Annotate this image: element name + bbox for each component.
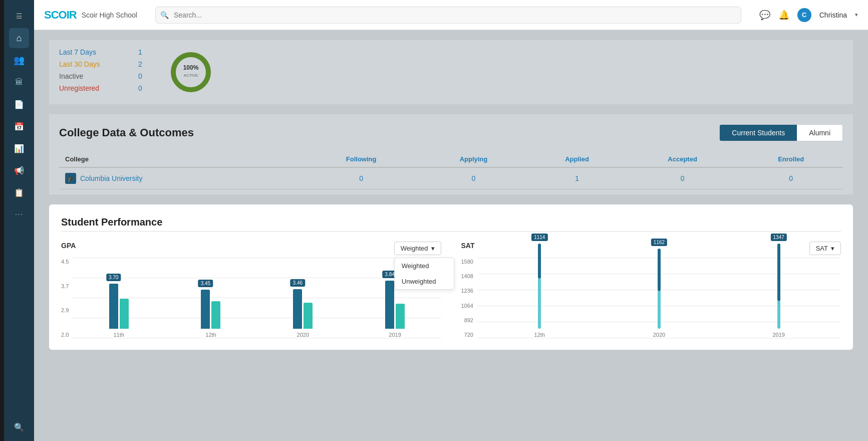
unregistered-label: Unregistered — [59, 84, 134, 92]
sat-xlabel-2019: 2019 — [772, 332, 784, 338]
inactive-value: 0 — [138, 72, 148, 80]
gpa-bar-high-2020 — [293, 289, 302, 329]
sat-y-label-4: 1064 — [461, 303, 473, 309]
sat-label-12th: 1114 — [531, 234, 547, 241]
topnav: SCOIR Scoir High School 🔍 💬 🔔 C Christin… — [34, 0, 868, 30]
search-icon: 🔍 — [160, 11, 169, 19]
user-avatar: C — [797, 8, 811, 22]
sat-y-label-3: 1236 — [461, 288, 473, 294]
last7days-value: 1 — [138, 48, 148, 56]
sidebar-item-analytics[interactable]: 📊 — [9, 138, 29, 158]
svg-point-1 — [173, 55, 208, 90]
sat-y-label-1: 1580 — [461, 259, 473, 265]
sat-bar-2019-high — [777, 244, 780, 301]
last30days-value: 2 — [138, 60, 148, 68]
sidebar-item-search-bottom[interactable]: 🔍 — [9, 417, 29, 437]
topnav-right: 💬 🔔 C Christina ▾ — [759, 8, 858, 22]
tab-alumni[interactable]: Alumni — [797, 125, 842, 141]
college-link[interactable]: 🎓 Columbia University — [65, 173, 298, 184]
tab-current-students[interactable]: Current Students — [720, 125, 797, 141]
gpa-chart-container: GPA Weighted ▾ Weighted Unweighted — [61, 242, 441, 338]
col-following: Following — [304, 151, 419, 167]
gpa-bar-label-12th: 3.45 — [198, 280, 213, 287]
performance-card: Student Performance GPA Weighted ▾ Weigh… — [49, 204, 853, 350]
logo: SCOIR — [44, 9, 77, 22]
messages-icon[interactable]: 💬 — [759, 10, 770, 21]
sat-bar-12th-low — [538, 279, 541, 329]
sidebar-item-announcements[interactable]: 📢 — [9, 160, 29, 180]
sidebar-item-school[interactable]: 🏛 — [9, 72, 29, 92]
sat-label-2020: 1162 — [651, 239, 667, 246]
sat-y-label-5: 892 — [461, 317, 473, 323]
cell-applying: 0 — [419, 167, 528, 189]
svg-text:ACTIVE: ACTIVE — [184, 73, 198, 78]
sidebar-item-more[interactable]: ··· — [9, 204, 29, 225]
gpa-bar-high-12th — [201, 290, 210, 329]
donut-chart: 100% ACTIVE — [168, 50, 213, 95]
search-input[interactable] — [155, 7, 741, 24]
gpa-y-label-2: 3.7 — [61, 283, 69, 289]
sat-bar-2019-low — [777, 301, 780, 329]
gpa-bar-low-12th — [211, 301, 220, 329]
gpa-bar-low-11th — [120, 299, 129, 329]
last30days-label: Last 30 Days — [59, 60, 134, 68]
gpa-xlabel-2020: 2020 — [297, 332, 309, 338]
gpa-y-label-1: 4.5 — [61, 259, 69, 265]
inactive-label: Inactive — [59, 72, 134, 80]
college-name: Columbia University — [80, 174, 142, 182]
sat-y-label-2: 1408 — [461, 273, 473, 279]
sat-label-2019: 1347 — [771, 234, 787, 241]
col-applying: Applying — [419, 151, 528, 167]
last7days-label: Last 7 Days — [59, 48, 134, 56]
gpa-bar-label-11th: 3.70 — [106, 274, 121, 281]
gpa-y-label-4: 2.0 — [61, 332, 69, 338]
sidebar-item-students[interactable]: 👥 — [9, 50, 29, 70]
sidebar-item-documents[interactable]: 📄 — [9, 94, 29, 114]
sidebar-item-reports[interactable]: 📋 — [9, 182, 29, 202]
sidebar-item-home[interactable]: ⌂ — [9, 28, 29, 48]
gpa-dropdown-container: Weighted ▾ Weighted Unweighted — [394, 242, 441, 255]
sat-dropdown-chevron: ▾ — [831, 245, 834, 252]
gpa-bar-low-2020 — [304, 303, 313, 329]
sat-bar-12th-high — [538, 244, 541, 279]
school-name: Scoir High School — [82, 11, 137, 19]
gpa-dropdown-label: Weighted — [401, 245, 428, 252]
gpa-xlabel-2019: 2019 — [389, 332, 401, 338]
search-bar-container: 🔍 — [155, 7, 741, 24]
gpa-chart-title: GPA — [61, 242, 441, 250]
sat-bar-2020-high — [658, 249, 661, 291]
gpa-bar-low-2019 — [396, 304, 405, 329]
college-section-title: College Data & Outcomes — [59, 126, 194, 139]
college-table: College Following Applying Applied Accep… — [59, 151, 843, 189]
gpa-bar-high-2019 — [385, 281, 394, 329]
cell-accepted: 0 — [626, 167, 739, 189]
sat-y-label-6: 720 — [461, 332, 473, 338]
college-section: College Data & Outcomes Current Students… — [49, 114, 853, 194]
cell-applied: 1 — [528, 167, 626, 189]
gpa-xlabel-12th: 12th — [205, 332, 216, 338]
user-dropdown-icon[interactable]: ▾ — [855, 12, 858, 18]
sat-xlabel-12th: 12th — [534, 332, 545, 338]
activity-stats-card: Last 7 Days 1 Last 30 Days 2 Inactive 0 — [49, 40, 853, 104]
sat-bar-2020-low — [658, 291, 661, 329]
performance-title: Student Performance — [61, 216, 841, 228]
col-college: College — [59, 151, 304, 167]
gpa-dropdown-chevron: ▾ — [431, 245, 435, 252]
gpa-option-unweighted[interactable]: Unweighted — [395, 274, 454, 289]
gpa-bar-high-11th — [109, 284, 118, 329]
notifications-icon[interactable]: 🔔 — [778, 10, 789, 21]
sidebar-item-menu[interactable]: ☰ — [9, 6, 29, 26]
college-icon: 🎓 — [65, 173, 76, 184]
sidebar-item-calendar[interactable]: 📅 — [9, 116, 29, 136]
gpa-option-weighted[interactable]: Weighted — [395, 258, 454, 274]
user-name: Christina — [819, 11, 847, 19]
cell-following: 0 — [304, 167, 419, 189]
cell-enrolled: 0 — [739, 167, 843, 189]
gpa-dropdown-button[interactable]: Weighted ▾ — [394, 242, 441, 255]
table-row: 🎓 Columbia University 0 0 1 0 0 — [59, 167, 843, 189]
unregistered-value: 0 — [138, 84, 148, 92]
col-enrolled: Enrolled — [739, 151, 843, 167]
sat-chart-container: SAT SAT ▾ 1580 1408 — [461, 242, 841, 338]
gpa-xlabel-11th: 11th — [113, 332, 124, 338]
gpa-y-label-3: 2.9 — [61, 307, 69, 313]
